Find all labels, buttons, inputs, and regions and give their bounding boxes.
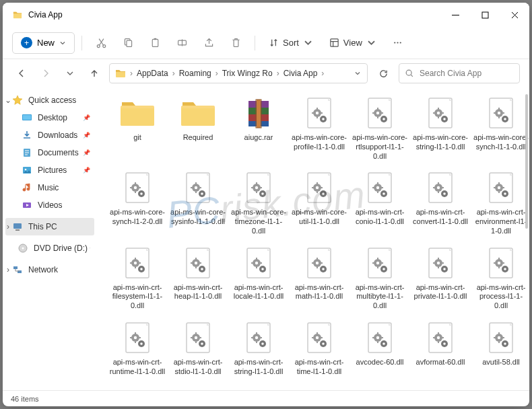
breadcrumb[interactable]: Trix Wingz Ro	[222, 69, 273, 78]
view-button[interactable]: View	[323, 32, 383, 54]
svg-rect-21	[154, 38, 156, 40]
file-item[interactable]: api-ms-win-crt-math-l1-1-0.dll	[291, 246, 347, 311]
dll-icon	[422, 320, 459, 357]
pin-icon: 📌	[83, 132, 90, 139]
file-label: avformat-60.dll	[416, 358, 465, 367]
file-label: api-ms-win-crt-private-l1-1-0.dll	[412, 283, 469, 302]
file-label: api-ms-win-crt-filesystem-l1-1-0.dll	[109, 283, 166, 311]
file-item[interactable]: api-ms-win-crt-stdio-l1-1-0.dll	[170, 320, 226, 377]
dll-icon	[119, 170, 156, 207]
view-label: View	[343, 38, 362, 48]
folder-icon	[180, 96, 216, 132]
pin-icon: 📌	[83, 149, 90, 156]
sidebar-item-dvd[interactable]: DVD Drive (D:) CCCC	[5, 239, 94, 257]
paste-button[interactable]	[143, 32, 167, 54]
file-item[interactable]: api-ms-win-core-profile-l1-1-0.dll	[291, 96, 347, 161]
sidebar-item-downloads[interactable]: Downloads📌	[5, 126, 94, 144]
folder-icon	[12, 10, 23, 20]
file-item[interactable]: api-ms-win-crt-time-l1-1-0.dll	[291, 320, 347, 377]
address-bar[interactable]: › AppData› Roaming› Trix Wingz Ro› Civia…	[109, 63, 368, 83]
dll-icon	[301, 320, 337, 357]
dll-icon	[180, 170, 216, 207]
file-item[interactable]: api-ms-win-crt-heap-l1-1-0.dll	[170, 246, 226, 311]
file-item[interactable]: api-ms-win-core-util-l1-1-0.dll	[291, 170, 347, 235]
titlebar[interactable]: Civia App	[3, 3, 529, 27]
delete-button[interactable]	[224, 32, 248, 54]
share-button[interactable]	[197, 32, 221, 54]
downloads-icon	[22, 130, 32, 141]
maximize-button[interactable]	[470, 3, 500, 27]
svg-point-27	[406, 70, 411, 75]
rename-button[interactable]	[170, 32, 194, 54]
file-item[interactable]: api-ms-win-core-synch-l1-2-0.dll	[109, 170, 166, 235]
file-item[interactable]: api-ms-win-crt-convert-l1-1-0.dll	[412, 170, 469, 235]
cut-button[interactable]	[89, 32, 113, 54]
more-button[interactable]	[386, 32, 410, 54]
videos-icon	[22, 200, 32, 211]
svg-point-16	[97, 45, 100, 48]
sort-icon	[269, 38, 279, 48]
file-item[interactable]: api-ms-win-crt-private-l1-1-0.dll	[412, 246, 469, 311]
breadcrumb[interactable]: Civia App	[284, 69, 318, 78]
file-item[interactable]: api-ms-win-crt-string-l1-1-0.dll	[230, 320, 287, 377]
sidebar-item-desktop[interactable]: Desktop📌	[5, 109, 94, 126]
file-label: api-ms-win-crt-locale-l1-1-0.dll	[230, 283, 287, 302]
dll-icon	[362, 170, 398, 207]
file-item[interactable]: Required	[170, 96, 226, 161]
file-item[interactable]: api-ms-win-crt-runtime-l1-1-0.dll	[109, 320, 166, 377]
file-item[interactable]: api-ms-win-core-rtlsupport-l1-1-0.dll	[352, 96, 408, 161]
file-item[interactable]: avcodec-60.dll	[352, 320, 408, 377]
svg-point-24	[394, 42, 395, 43]
file-label: api-ms-win-core-sysinfo-l1-1-0.dll	[170, 208, 226, 227]
file-item[interactable]: api-ms-win-core-sysinfo-l1-1-0.dll	[170, 170, 226, 235]
sidebar-item-pictures[interactable]: Pictures📌	[5, 161, 94, 179]
new-button[interactable]: + New	[12, 32, 75, 54]
up-button[interactable]	[85, 64, 104, 83]
file-item[interactable]: api-ms-win-crt-filesystem-l1-1-0.dll	[109, 246, 166, 311]
sidebar-item-quick-access[interactable]: ⌄ Quick access	[5, 91, 94, 109]
scrollbar[interactable]	[520, 87, 529, 390]
network-icon	[12, 264, 23, 275]
forward-button[interactable]	[36, 64, 55, 83]
sidebar-item-documents[interactable]: Documents📌	[5, 144, 94, 161]
refresh-button[interactable]	[373, 63, 393, 83]
desktop-icon	[22, 112, 32, 123]
svg-point-37	[22, 248, 24, 250]
file-item[interactable]: api-ms-win-core-timezone-l1-1-0.dll	[230, 170, 287, 235]
sidebar-item-music[interactable]: Music	[5, 179, 94, 196]
file-item[interactable]: api-ms-win-crt-conio-l1-1-0.dll	[352, 170, 408, 235]
file-label: api-ms-win-crt-heap-l1-1-0.dll	[170, 283, 226, 302]
file-item[interactable]: git	[109, 96, 166, 161]
sidebar-item-network[interactable]: ›Network	[5, 261, 94, 278]
svg-rect-38	[13, 266, 18, 269]
sidebar-item-this-pc[interactable]: ›This PC	[5, 218, 94, 235]
dll-icon	[422, 170, 459, 207]
svg-rect-35	[15, 229, 20, 231]
breadcrumb[interactable]: Roaming	[179, 69, 211, 78]
chevron-down-icon[interactable]	[354, 69, 362, 77]
file-item[interactable]: avformat-60.dll	[412, 320, 469, 377]
close-button[interactable]	[500, 3, 529, 27]
file-item[interactable]: api-ms-win-crt-multibyte-l1-1-0.dll	[352, 246, 408, 311]
content-area[interactable]: gitRequiredaiugc.rarapi-ms-win-core-prof…	[97, 87, 529, 390]
svg-point-32	[25, 169, 27, 171]
copy-button[interactable]	[116, 32, 140, 54]
window-title: Civia App	[28, 10, 440, 20]
sort-button[interactable]: Sort	[262, 32, 320, 54]
dll-icon	[362, 246, 398, 282]
dll-icon	[240, 320, 277, 357]
breadcrumb[interactable]: AppData	[137, 69, 168, 78]
item-count: 46 items	[11, 395, 39, 403]
back-button[interactable]	[12, 64, 31, 83]
minimize-button[interactable]	[440, 3, 470, 27]
file-label: git	[133, 133, 141, 143]
file-item[interactable]: aiugc.rar	[230, 96, 287, 161]
dll-icon	[301, 96, 337, 132]
scrollbar-thumb[interactable]	[525, 94, 528, 229]
file-item[interactable]: api-ms-win-crt-locale-l1-1-0.dll	[230, 246, 287, 311]
sidebar-item-videos[interactable]: Videos	[5, 196, 94, 214]
dll-icon	[240, 246, 277, 282]
recent-button[interactable]	[61, 64, 79, 83]
file-item[interactable]: api-ms-win-core-string-l1-1-0.dll	[412, 96, 469, 161]
search-input[interactable]: Search Civia App	[399, 63, 520, 83]
